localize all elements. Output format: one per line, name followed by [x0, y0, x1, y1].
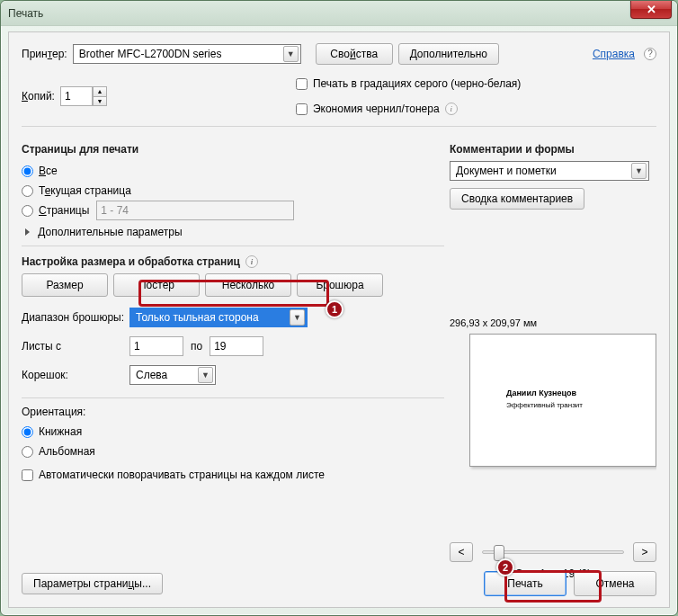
pages-section-title: Страницы для печати [22, 143, 444, 156]
pages-current-radio[interactable]: Текущая страница [22, 181, 444, 201]
pages-all-radio[interactable]: Все [22, 161, 444, 181]
info-icon[interactable]: i [245, 255, 258, 268]
sizing-section-title: Настройка размера и обработка страницi [22, 255, 444, 268]
preview-prev-button[interactable]: < [450, 542, 473, 562]
print-preview: Даниил Кузнецов Эффективный транзит [469, 334, 656, 467]
orientation-landscape-radio[interactable]: Альбомная [22, 442, 444, 461]
copies-input[interactable] [60, 86, 93, 106]
comments-select[interactable]: Документ и пометки ▼ [450, 161, 649, 181]
booklet-range-select[interactable]: Только тыльная сторона ▼ [129, 308, 308, 327]
binding-label: Корешок: [22, 369, 129, 381]
window-title: Печать [8, 7, 43, 20]
close-icon: ✕ [647, 3, 656, 16]
tab-multiple[interactable]: Несколько [205, 273, 291, 297]
printer-select[interactable]: Brother MFC-L2700DN series ▼ [73, 44, 301, 64]
chevron-down-icon: ▼ [283, 46, 299, 62]
chevron-down-icon: ▼ [290, 309, 305, 326]
comments-section-title: Комментарии и формы [450, 143, 656, 156]
preview-next-button[interactable]: > [633, 542, 656, 562]
grayscale-checkbox[interactable]: Печать в градациях серого (черно-белая) [296, 74, 521, 94]
orientation-title: Ориентация: [22, 406, 444, 418]
more-params-toggle[interactable]: Дополнительные параметры [25, 226, 444, 238]
pages-range-input[interactable] [96, 201, 294, 220]
booklet-range-label: Диапазон брошюры: [22, 311, 129, 324]
tab-size[interactable]: Размер [22, 273, 108, 297]
print-button[interactable]: Печать [484, 571, 566, 596]
disclosure-icon [25, 228, 30, 236]
copies-label: Копий: [22, 90, 55, 103]
preview-line2: Эффективный транзит [506, 401, 583, 409]
binding-select[interactable]: Слева ▼ [129, 365, 216, 385]
properties-button[interactable]: Свойства [316, 43, 393, 65]
titlebar[interactable]: Печать ✕ [1, 1, 677, 26]
preview-dimensions: 296,93 x 209,97 мм [450, 317, 656, 328]
chevron-down-icon: ▼ [631, 163, 647, 179]
copies-spin-down[interactable]: ▼ [93, 96, 107, 106]
preview-slider[interactable] [482, 550, 624, 554]
preview-line1: Даниил Кузнецов [506, 388, 576, 397]
autorotate-checkbox[interactable]: Автоматически поворачивать страницы на к… [22, 465, 444, 485]
comments-summary-button[interactable]: Сводка комментариев [450, 188, 584, 210]
tab-booklet[interactable]: Брошюра [297, 273, 383, 297]
sheets-to-label: по [191, 340, 202, 353]
pages-range-radio[interactable]: Страницы [22, 201, 444, 220]
sheets-from-label: Листы с [22, 340, 129, 353]
orientation-portrait-radio[interactable]: Книжная [22, 422, 444, 442]
info-icon[interactable]: i [445, 103, 458, 115]
sheets-from-input[interactable] [129, 336, 183, 356]
copies-spin-up[interactable]: ▲ [93, 86, 107, 96]
annotation-badge-1: 1 [326, 300, 343, 318]
chevron-down-icon: ▼ [198, 367, 213, 383]
cancel-button[interactable]: Отмена [574, 571, 656, 596]
ink-save-checkbox[interactable]: Экономия чернил/тонера i [296, 99, 521, 119]
page-setup-button[interactable]: Параметры страницы... [22, 573, 163, 594]
tab-poster[interactable]: Постер [113, 273, 200, 297]
advanced-button[interactable]: Дополнительно [398, 43, 499, 65]
sheets-to-input[interactable] [210, 336, 263, 356]
close-button[interactable]: ✕ [630, 1, 672, 19]
help-icon[interactable]: ? [644, 48, 656, 60]
printer-label: Принтер: [22, 48, 67, 60]
annotation-badge-2: 2 [496, 558, 514, 576]
help-link[interactable]: Справка [593, 48, 635, 60]
